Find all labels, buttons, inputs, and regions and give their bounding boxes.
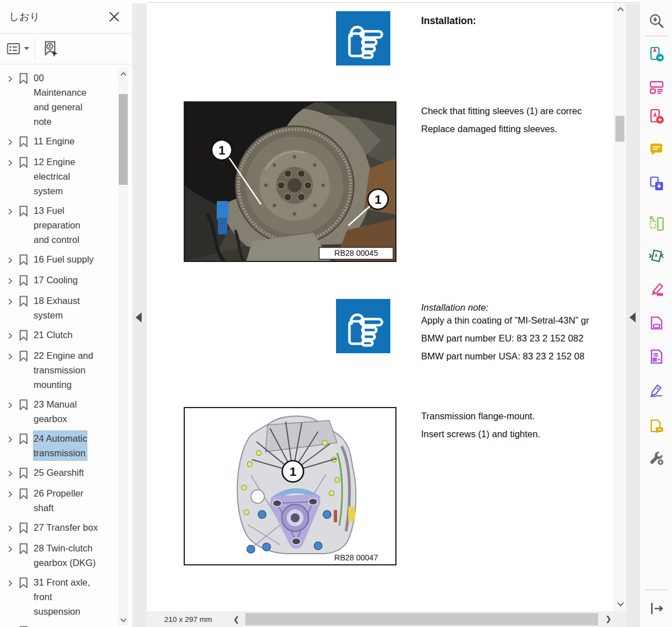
bookmark-label[interactable]: 16 Fuel supply <box>34 252 94 266</box>
bookmark-label[interactable]: 27 Transfer box <box>34 520 98 535</box>
scrollbar-thumb[interactable] <box>119 94 128 185</box>
bookmark-label[interactable]: 18 Exhaust system <box>34 293 80 322</box>
chevron-right-icon[interactable] <box>4 155 17 169</box>
chevron-right-icon[interactable] <box>4 431 17 445</box>
bookmark-label[interactable]: 26 Propeller shaft <box>34 486 83 515</box>
scroll-down-icon[interactable] <box>614 600 626 609</box>
pointing-hand-icon <box>336 299 390 353</box>
pdf-page[interactable]: Installation: <box>147 3 614 611</box>
bookmark-item[interactable]: 18 Exhaust system <box>4 293 115 322</box>
chevron-right-icon[interactable] <box>4 624 17 627</box>
chevron-right-icon[interactable] <box>4 575 17 589</box>
bookmark-item[interactable]: 00 Maintenance and general note <box>4 71 115 129</box>
bookmark-item[interactable]: 27 Transfer box <box>4 520 115 536</box>
bookmark-item[interactable]: 12 Engine electrical system <box>4 155 115 198</box>
chevron-right-icon[interactable] <box>4 520 17 534</box>
scroll-down-icon[interactable] <box>118 616 128 625</box>
flange-mount-line1: Transmission flange-mount. <box>421 409 535 423</box>
scroll-up-icon[interactable] <box>614 5 626 14</box>
bookmark-label[interactable]: 31 Front axle, front suspension <box>34 575 90 619</box>
scroll-up-icon[interactable] <box>118 69 128 78</box>
chevron-right-icon[interactable] <box>4 71 17 85</box>
bookmark-item[interactable]: 16 Fuel supply <box>4 252 115 268</box>
bookmark-item[interactable]: 31 Front axle, front suspension <box>4 575 115 619</box>
combine-files-icon[interactable] <box>648 175 665 192</box>
bookmarks-title: しおり <box>9 10 40 24</box>
bookmark-label[interactable]: 12 Engine electrical system <box>34 155 75 198</box>
find-tools-icon[interactable] <box>648 12 665 29</box>
bookmark-icon <box>19 73 29 86</box>
vertical-scrollbar[interactable] <box>614 3 626 611</box>
collapse-left-panel-icon[interactable] <box>136 312 142 322</box>
bookmark-label[interactable]: 17 Cooling <box>34 273 78 287</box>
tools-rail <box>640 0 672 627</box>
rail-divider <box>645 589 668 590</box>
chevron-right-icon[interactable] <box>4 486 17 500</box>
bookmark-icon <box>19 136 29 149</box>
bookmark-label[interactable]: 32 Steering and <box>34 624 99 627</box>
bookmark-label[interactable]: 25 Gearshift <box>34 465 84 480</box>
bookmark-item[interactable]: 13 Fuel preparation and control <box>4 203 115 247</box>
bookmark-item[interactable]: 26 Propeller shaft <box>4 486 115 515</box>
bookmark-item[interactable]: 21 Clutch <box>4 327 115 343</box>
bookmark-item[interactable]: 17 Cooling <box>4 273 115 288</box>
chevron-right-icon[interactable] <box>4 273 17 287</box>
scroll-left-icon[interactable]: ❮ <box>230 615 243 624</box>
flywheel-photo: 1 1 RB28 00045 <box>184 101 396 262</box>
bookmark-icon <box>19 433 29 447</box>
create-pdf-icon[interactable] <box>648 108 665 125</box>
bookmark-label[interactable]: 21 Clutch <box>34 327 73 342</box>
bookmark-item[interactable]: 11 Engine <box>4 134 115 149</box>
bookmark-item[interactable]: 23 Manual gearbox <box>4 397 115 426</box>
chevron-right-icon[interactable] <box>4 397 17 411</box>
convert-document-icon[interactable] <box>648 315 665 331</box>
bookmark-options-button[interactable] <box>6 41 29 57</box>
bookmark-item[interactable]: 25 Gearshift <box>4 465 115 481</box>
bookmark-label[interactable]: 28 Twin-clutch gearbox (DKG) <box>34 541 96 570</box>
fill-sign-icon[interactable] <box>648 281 665 298</box>
prepare-form-icon[interactable] <box>648 348 665 365</box>
bookmark-item[interactable]: 28 Twin-clutch gearbox (DKG) <box>4 541 115 570</box>
compress-pdf-icon[interactable] <box>648 247 665 264</box>
bookmark-icon <box>19 157 29 170</box>
chevron-right-icon[interactable] <box>4 252 17 266</box>
chevron-right-icon[interactable] <box>4 348 17 362</box>
chevron-right-icon[interactable] <box>4 203 17 217</box>
bookmark-label[interactable]: 23 Manual gearbox <box>34 397 77 426</box>
horizontal-scrollbar[interactable]: ❯ <box>243 611 614 627</box>
chevron-right-icon[interactable] <box>4 134 17 148</box>
options-list-icon <box>6 41 21 57</box>
chevron-right-icon[interactable] <box>4 327 17 341</box>
expand-current-bookmark-button[interactable] <box>41 40 59 59</box>
chevron-right-icon[interactable] <box>4 465 17 479</box>
bookmark-label[interactable]: 13 Fuel preparation and control <box>34 203 80 247</box>
export-pdf-icon[interactable] <box>648 46 665 63</box>
bookmark-label[interactable]: 00 Maintenance and general note <box>34 71 86 129</box>
bookmark-item[interactable]: 22 Engine and transmission mounting <box>4 348 115 392</box>
bookmark-item[interactable]: 32 Steering and <box>4 624 115 627</box>
open-panel-icon[interactable] <box>648 600 665 617</box>
collapse-right-panel-icon[interactable] <box>629 312 636 322</box>
horizontal-scrollbar-thumb[interactable] <box>245 613 598 625</box>
request-signatures-icon[interactable] <box>648 418 665 435</box>
note-part-eu-line: BMW part number EU: 83 23 2 152 082 <box>421 331 584 345</box>
bookmark-label[interactable]: 22 Engine and transmission mounting <box>34 348 93 392</box>
chevron-down-icon <box>24 47 29 50</box>
bookmarks-panel: しおり <box>0 0 132 627</box>
bookmarks-scrollbar[interactable] <box>118 68 128 626</box>
edit-pdf-icon[interactable] <box>648 78 665 95</box>
expand-current-bookmark-icon <box>41 40 59 57</box>
chevron-right-icon[interactable] <box>4 541 17 555</box>
bookmark-item[interactable]: 24 Automatic transmission <box>4 431 115 460</box>
vertical-scrollbar-thumb[interactable] <box>615 116 624 142</box>
comment-icon[interactable] <box>648 141 665 158</box>
scroll-right-icon[interactable]: ❯ <box>605 611 612 627</box>
close-icon[interactable] <box>109 11 120 22</box>
bookmark-label[interactable]: 24 Automatic transmission <box>34 431 87 460</box>
organize-pages-icon[interactable] <box>648 216 665 232</box>
e-sign-icon[interactable] <box>648 382 665 399</box>
chevron-right-icon[interactable] <box>4 293 17 307</box>
bookmark-icon <box>19 275 29 288</box>
bookmark-label[interactable]: 11 Engine <box>34 134 74 148</box>
more-tools-icon[interactable] <box>648 450 665 466</box>
